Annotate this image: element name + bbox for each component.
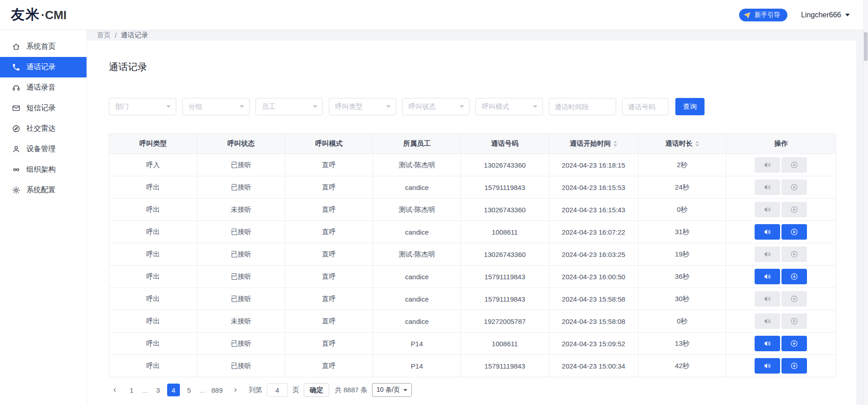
sort-icons[interactable]: [613, 141, 617, 147]
cell-call-mode: 直呼: [285, 266, 373, 288]
play-audio-button[interactable]: [755, 202, 780, 217]
chevron-down-icon: [845, 14, 850, 16]
cell-call-mode: 直呼: [285, 310, 373, 333]
logo: 友米 ·CMI: [11, 5, 66, 24]
employee-select[interactable]: 员工: [255, 98, 323, 115]
next-page-button[interactable]: [230, 384, 241, 396]
pagination-page-4[interactable]: 4: [167, 384, 180, 396]
sidebar-item-label: 通话录音: [26, 83, 56, 92]
breadcrumb-separator: /: [115, 31, 117, 39]
phone-number-input[interactable]: [622, 98, 669, 115]
play-audio-button[interactable]: [755, 313, 780, 329]
action-group: [727, 202, 835, 217]
download-button[interactable]: [781, 291, 807, 307]
pagination-page-5[interactable]: 5: [183, 384, 195, 396]
sidebar-item-sms-records[interactable]: 短信记录: [0, 98, 87, 118]
pagination-page-1[interactable]: 1: [125, 384, 138, 396]
speaker-icon: [763, 205, 771, 214]
call-status-select[interactable]: 呼叫状态: [402, 98, 470, 115]
header-phone-number: 通话号码: [461, 134, 549, 154]
cell-call-status: 未接听: [197, 310, 285, 333]
sort-icons[interactable]: [695, 141, 699, 147]
call-type-select[interactable]: 呼叫类型: [329, 98, 396, 115]
sidebar-item-social-radar[interactable]: 社交雷达: [0, 118, 87, 139]
download-icon: [790, 183, 798, 191]
sidebar-item-label: 组织架构: [26, 165, 56, 174]
sidebar-item-call-records[interactable]: 通话记录: [0, 57, 87, 77]
page-size-value: 10 条/页: [377, 386, 400, 394]
speaker-icon: [763, 161, 771, 169]
download-button[interactable]: [781, 269, 807, 284]
sidebar-item-label: 系统配置: [26, 185, 56, 195]
breadcrumb-home[interactable]: 首页: [97, 31, 111, 40]
table-row: 呼出已接听直呼candice10086112024-04-23 16:07:22…: [109, 221, 836, 243]
download-button[interactable]: [781, 224, 807, 240]
play-audio-button[interactable]: [755, 157, 780, 173]
download-button[interactable]: [781, 336, 807, 351]
cell-actions: [726, 243, 836, 266]
pagination-pages: 1...345...889: [125, 384, 225, 396]
time-range-input[interactable]: [549, 98, 616, 115]
cell-call-status: 已接听: [197, 288, 285, 310]
play-audio-button[interactable]: [755, 336, 780, 351]
jump-page-input[interactable]: [267, 383, 288, 397]
department-select[interactable]: 部门: [109, 98, 176, 115]
chevron-down-icon: [403, 389, 407, 391]
header-call-mode: 呼叫模式: [285, 134, 373, 154]
scrollbar-thumb[interactable]: [864, 32, 868, 61]
download-icon: [790, 205, 798, 214]
table-row: 呼出已接听直呼P1410086112024-04-23 15:09:5213秒: [109, 333, 836, 355]
header-duration[interactable]: 通话时长: [638, 134, 726, 154]
sidebar-item-label: 通话记录: [26, 62, 56, 72]
guide-badge[interactable]: 新手引导: [739, 9, 787, 21]
play-audio-button[interactable]: [755, 269, 780, 284]
prev-page-button[interactable]: [109, 384, 121, 396]
sidebar-item-call-recordings[interactable]: 通话录音: [0, 77, 87, 98]
confirm-button[interactable]: 确定: [304, 383, 329, 397]
cell-call-status: 已接听: [197, 154, 285, 176]
action-group: [727, 358, 835, 374]
cell-actions: [726, 176, 836, 199]
pagination-ellipsis: ...: [198, 386, 206, 394]
play-audio-button[interactable]: [755, 179, 780, 195]
page-title: 通话记录: [109, 61, 836, 73]
select-placeholder: 分组: [189, 103, 202, 111]
table-wrap: 呼叫类型 呼叫状态 呼叫模式 所属员工 通话号码 通话开始时间: [109, 133, 836, 377]
play-audio-button[interactable]: [755, 291, 780, 307]
download-icon: [790, 317, 798, 325]
pagination-page-3[interactable]: 3: [152, 384, 164, 396]
user-menu[interactable]: Lingcher666: [801, 11, 850, 19]
page-size-select[interactable]: 10 条/页: [372, 383, 412, 397]
download-button[interactable]: [781, 246, 807, 262]
play-audio-button[interactable]: [755, 358, 780, 374]
download-button[interactable]: [781, 313, 807, 329]
header-start-time[interactable]: 通话开始时间: [549, 134, 638, 154]
breadcrumb-current: 通话记录: [121, 31, 148, 40]
play-audio-button[interactable]: [755, 246, 780, 262]
play-audio-button[interactable]: [755, 224, 780, 240]
download-button[interactable]: [781, 202, 807, 217]
content: 首页 / 通话记录 通话记录 部门 分组 员工: [87, 30, 868, 405]
download-button[interactable]: [781, 358, 807, 374]
table-row: 呼出已接听直呼candice157911198432024-04-23 16:1…: [109, 176, 836, 199]
chevron-down-icon: [313, 105, 317, 108]
chevron-down-icon: [166, 105, 171, 108]
download-button[interactable]: [781, 157, 807, 173]
download-icon: [790, 362, 798, 370]
pagination-page-889[interactable]: 889: [209, 384, 225, 396]
group-select[interactable]: 分组: [182, 98, 250, 115]
sidebar-item-home[interactable]: 系统首页: [0, 36, 87, 57]
phone-icon: [12, 63, 20, 72]
mail-icon: [12, 104, 20, 113]
cell-call-status: 已接听: [197, 266, 285, 288]
cell-actions: [726, 199, 836, 221]
sidebar-item-organization[interactable]: 组织架构: [0, 159, 87, 180]
sidebar-item-device-management[interactable]: 设备管理: [0, 139, 87, 159]
cell-actions: [726, 355, 836, 377]
search-button[interactable]: 查询: [675, 98, 705, 115]
download-button[interactable]: [781, 179, 807, 195]
cell-start-time: 2024-04-23 16:15:43: [549, 199, 638, 221]
call-mode-select[interactable]: 呼叫模式: [475, 98, 543, 115]
sidebar-item-system-config[interactable]: 系统配置: [0, 180, 87, 200]
cell-phone-number: 13026743360: [461, 154, 549, 176]
